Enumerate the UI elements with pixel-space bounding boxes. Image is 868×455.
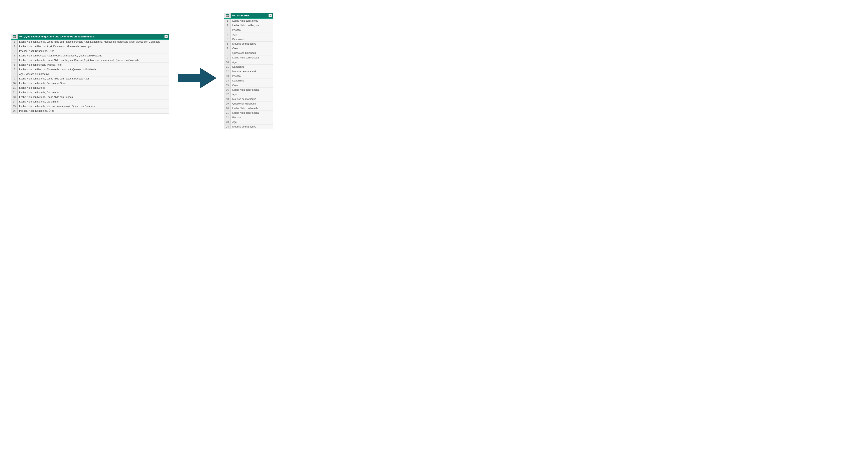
cell-value[interactable]: Leche Nido con Paçoca, Açaí, Mousse de m… xyxy=(18,54,169,58)
table-row[interactable]: 23Açaí xyxy=(224,120,273,124)
cell-value[interactable]: Leche Nido con Nutella, Danoninho xyxy=(18,99,169,104)
filter-dropdown-button[interactable] xyxy=(164,35,168,38)
row-number: 15 xyxy=(224,83,231,88)
table-row[interactable]: 9Leche Nido con Nutella, Leche Nido con … xyxy=(11,77,169,81)
cell-value[interactable]: Açaí xyxy=(231,60,273,65)
cell-value[interactable]: Paçoca, Açaí, Danoninho, Óreo xyxy=(18,109,169,113)
table-row[interactable]: 5Danoninho xyxy=(224,37,273,42)
table-row[interactable]: 17Açaí xyxy=(224,92,273,97)
row-number: 9 xyxy=(11,77,18,81)
table-row[interactable]: 16Leche Nido con Paçoca xyxy=(224,88,273,92)
table-row[interactable]: 14Danoninho xyxy=(224,79,273,83)
row-number: 15 xyxy=(11,104,18,109)
table-row[interactable]: 3Paçoca, Açaí, Danoninho, Óreo xyxy=(11,49,169,54)
cell-value[interactable]: Leche Nido con Nutella, Leche Nido con P… xyxy=(18,95,169,99)
table-row[interactable]: 8Açaí, Mousse de maracuyá xyxy=(11,72,169,77)
cell-value[interactable]: Leche Nido con Paçoca xyxy=(231,23,273,28)
table-row[interactable]: 16Paçoca, Açaí, Danoninho, Óreo xyxy=(11,109,169,113)
filter-dropdown-button[interactable] xyxy=(269,14,272,17)
table-row[interactable]: 22Paçoca xyxy=(224,115,273,120)
cell-value[interactable]: Leche Nido con Nutella, Leche Nido con P… xyxy=(18,77,169,81)
cell-value[interactable]: Mousse de maracuyá xyxy=(231,124,273,129)
cell-value[interactable]: Leche Nido con Paçoca, Paçoca, Açaí xyxy=(18,63,169,67)
row-number: 7 xyxy=(224,46,231,51)
cell-value[interactable]: Paçoca xyxy=(231,115,273,120)
table-row[interactable]: 13Leche Nido con Nutella, Leche Nido con… xyxy=(11,95,169,99)
cell-value[interactable]: Açaí xyxy=(231,120,273,124)
cell-value[interactable]: Mousse de maracuyá xyxy=(231,69,273,74)
cell-value[interactable]: Açaí xyxy=(231,92,273,97)
cell-value[interactable]: Óreo xyxy=(231,83,273,88)
table-row[interactable]: 14Leche Nido con Nutella, Danoninho xyxy=(11,99,169,104)
table-row[interactable]: 21Leche Nido con Paçoca xyxy=(224,111,273,115)
table-row[interactable]: 4Açaí xyxy=(224,32,273,37)
cell-value[interactable]: Leche Nido con Nutella, Danoninho, Óreo xyxy=(18,81,169,86)
table-row[interactable]: 1Leche Nido con Nutella, Leche Nido con … xyxy=(11,40,169,44)
row-number: 6 xyxy=(224,42,231,46)
cell-value[interactable]: Leche Nido con Paçoca, Açaí, Danoninho, … xyxy=(18,44,169,49)
table-row[interactable]: 10Açaí xyxy=(224,60,273,65)
cell-value[interactable]: Açaí xyxy=(231,32,273,37)
cell-value[interactable]: Leche Nido con Nutella, Leche Nido con P… xyxy=(18,58,169,63)
cell-value[interactable]: Leche Nido con Nutella xyxy=(18,86,169,90)
table-row[interactable]: 24Mousse de maracuyá xyxy=(224,124,273,129)
cell-value[interactable]: Leche Nido con Nutella, Mousse de maracu… xyxy=(18,104,169,109)
table-row[interactable]: 13Paçoca xyxy=(224,74,273,79)
table-row[interactable]: 6Leche Nido con Paçoca, Paçoca, Açaí xyxy=(11,63,169,67)
svg-marker-6 xyxy=(15,37,16,38)
result-column-header[interactable]: ABC SABORES xyxy=(231,13,273,18)
table-row[interactable]: 9Leche Nido con Paçoca xyxy=(224,56,273,60)
table-row[interactable]: 1Leche Nido con Nutella xyxy=(224,19,273,23)
table-row[interactable]: 15Óreo xyxy=(224,83,273,88)
cell-value[interactable]: Queso con Goiabada xyxy=(231,51,273,56)
table-row[interactable]: 10Leche Nido con Nutella, Danoninho, Óre… xyxy=(11,81,169,86)
table-row[interactable]: 11Danoninho xyxy=(224,65,273,69)
table-row[interactable]: 19Queso con Goiabada xyxy=(224,101,273,106)
cell-value[interactable]: Danoninho xyxy=(231,37,273,42)
cell-value[interactable]: Mousse de maracuyá xyxy=(231,42,273,46)
cell-value[interactable]: Leche Nido con Paçoca xyxy=(231,111,273,115)
cell-value[interactable]: Danoninho xyxy=(231,65,273,69)
cell-value[interactable]: Leche Nido con Nutella, Leche Nido con P… xyxy=(18,40,169,44)
row-number: 5 xyxy=(11,58,18,63)
cell-value[interactable]: Leche Nido con Nutella xyxy=(231,106,273,111)
cell-value[interactable]: Açaí, Mousse de maracuyá xyxy=(18,72,169,77)
table-row[interactable]: 5Leche Nido con Nutella, Leche Nido con … xyxy=(11,58,169,63)
row-number: 20 xyxy=(224,106,231,111)
table-corner-button[interactable] xyxy=(11,34,18,39)
source-column-header[interactable]: ABC ¿Qué sabores te gustaría que tuviéra… xyxy=(18,34,169,39)
table-row[interactable]: 12Mousse de maracuyá xyxy=(224,69,273,74)
cell-value[interactable]: Danoninho xyxy=(231,79,273,83)
cell-value[interactable]: Mousse de maracuyá xyxy=(231,97,273,101)
table-row[interactable]: 6Mousse de maracuyá xyxy=(224,42,273,46)
row-number: 13 xyxy=(224,74,231,79)
table-row[interactable]: 7Leche Nido con Paçoca, Mousse de maracu… xyxy=(11,67,169,72)
table-row[interactable]: 8Queso con Goiabada xyxy=(224,51,273,56)
cell-value[interactable]: Paçoca xyxy=(231,74,273,79)
table-row[interactable]: 15Leche Nido con Nutella, Mousse de mara… xyxy=(11,104,169,109)
cell-value[interactable]: Paçoca xyxy=(231,28,273,32)
table-row[interactable]: 3Paçoca xyxy=(224,28,273,32)
table-row[interactable]: 20Leche Nido con Nutella xyxy=(224,106,273,111)
row-number: 24 xyxy=(224,124,231,129)
svg-rect-10 xyxy=(226,14,228,15)
cell-value[interactable]: Óreo xyxy=(231,46,273,51)
table-row[interactable]: 2Leche Nido con Paçoca, Açaí, Danoninho,… xyxy=(11,44,169,49)
row-number: 13 xyxy=(11,95,18,99)
cell-value[interactable]: Leche Nido con Nutella xyxy=(231,19,273,23)
table-corner-button[interactable] xyxy=(224,13,231,18)
row-number: 14 xyxy=(11,99,18,104)
cell-value[interactable]: Paçoca, Açaí, Danoninho, Óreo xyxy=(18,49,169,54)
cell-value[interactable]: Leche Nido con Nutella, Danoninho xyxy=(18,90,169,95)
table-row[interactable]: 11Leche Nido con Nutella xyxy=(11,86,169,90)
cell-value[interactable]: Leche Nido con Paçoca xyxy=(231,56,273,60)
row-number: 23 xyxy=(224,120,231,124)
table-row[interactable]: 12Leche Nido con Nutella, Danoninho xyxy=(11,90,169,95)
table-row[interactable]: 18Mousse de maracuyá xyxy=(224,97,273,101)
cell-value[interactable]: Leche Nido con Paçoca, Mousse de maracuy… xyxy=(18,67,169,72)
table-row[interactable]: 4Leche Nido con Paçoca, Açaí, Mousse de … xyxy=(11,54,169,58)
cell-value[interactable]: Leche Nido con Paçoca xyxy=(231,88,273,92)
cell-value[interactable]: Queso con Goiabada xyxy=(231,101,273,106)
table-row[interactable]: 2Leche Nido con Paçoca xyxy=(224,23,273,28)
table-row[interactable]: 7Óreo xyxy=(224,46,273,51)
